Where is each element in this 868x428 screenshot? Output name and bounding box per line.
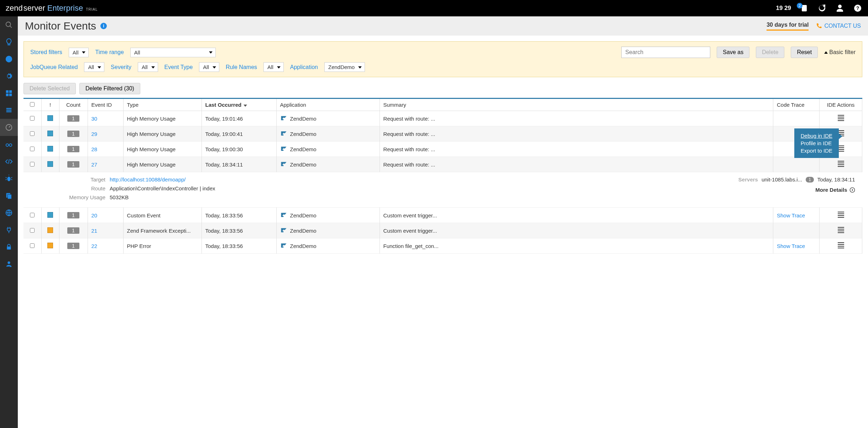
ide-actions-menu-icon[interactable] — [838, 160, 844, 168]
col-summary[interactable]: Summary — [380, 99, 773, 111]
delete-filter-button[interactable]: Delete — [756, 47, 784, 58]
delete-filtered-button[interactable]: Delete Filtered (30) — [79, 83, 140, 94]
application-select[interactable]: ZendDemo — [324, 62, 365, 72]
event-id-link[interactable]: 21 — [91, 228, 98, 234]
col-type[interactable]: Type — [123, 99, 202, 111]
logo-enterprise: Enterprise — [47, 4, 83, 13]
saveas-button[interactable]: Save as — [717, 47, 749, 58]
event-id-link[interactable]: 20 — [91, 212, 98, 218]
row-checkbox[interactable] — [30, 116, 35, 121]
notifications-icon[interactable]: 2 — [800, 4, 809, 13]
user-icon[interactable] — [835, 4, 845, 13]
row-checkbox[interactable] — [30, 213, 35, 217]
count-badge: 1 — [67, 243, 79, 249]
sort-desc-icon — [244, 105, 247, 107]
jobqueue-select[interactable]: All — [84, 62, 104, 72]
select-all-checkbox[interactable] — [30, 102, 35, 107]
sidebar-docs[interactable] — [0, 187, 18, 204]
sidebar-gauge[interactable] — [0, 119, 18, 136]
ide-actions-menu-icon[interactable] — [838, 114, 844, 122]
show-trace-link[interactable]: Show Trace — [777, 212, 805, 218]
sidebar-bug[interactable] — [0, 170, 18, 187]
severity-select[interactable]: All — [138, 62, 158, 72]
popup-debug[interactable]: Debug in IDE — [801, 132, 832, 139]
sidebar-code[interactable] — [0, 153, 18, 170]
svg-point-10 — [6, 144, 9, 146]
table-row[interactable]: 129High Memory UsageToday, 19:00:41ZendD… — [23, 126, 862, 142]
stored-filters-select[interactable]: All — [69, 48, 89, 57]
sidebar-plug[interactable] — [0, 221, 18, 238]
col-last[interactable]: Last Occurred — [202, 99, 276, 111]
reset-button[interactable]: Reset — [791, 47, 818, 58]
sidebar-stack[interactable] — [0, 102, 18, 119]
row-checkbox[interactable] — [30, 243, 35, 248]
sidebar-admin[interactable] — [0, 255, 18, 273]
summary: Request with route: ... — [383, 146, 770, 152]
zend-app-icon — [280, 146, 287, 153]
svg-rect-7 — [6, 110, 12, 111]
event-id-link[interactable]: 28 — [91, 146, 98, 152]
col-app[interactable]: Application — [276, 99, 380, 111]
event-id-link[interactable]: 27 — [91, 162, 98, 168]
count-badge: 1 — [67, 131, 79, 137]
col-ide[interactable]: IDE Actions — [820, 99, 862, 111]
table-row[interactable]: 120Custom EventToday, 18:33:56ZendDemoCu… — [23, 208, 862, 223]
target-link[interactable]: http://localhost:10088/demoapp/ — [110, 176, 186, 183]
table-row[interactable]: 122PHP ErrorToday, 18:33:56ZendDemoFunct… — [23, 238, 862, 254]
refresh-icon[interactable] — [817, 4, 827, 13]
last-occurred: Today, 19:01:46 — [202, 111, 276, 126]
row-checkbox[interactable] — [30, 131, 35, 136]
table-row[interactable]: 121Zend Framework Excepti...Today, 18:33… — [23, 223, 862, 238]
contact-link[interactable]: CONTACT US — [816, 23, 861, 29]
sidebar-globe[interactable] — [0, 204, 18, 221]
application-label: Application — [290, 64, 318, 70]
table-row[interactable]: 127High Memory UsageToday, 18:34:11ZendD… — [23, 157, 862, 172]
sidebar-glasses[interactable] — [0, 136, 18, 153]
sidebar-gears[interactable] — [0, 68, 18, 85]
more-details-link[interactable]: More Details — [815, 187, 855, 193]
sidebar-grid[interactable] — [0, 85, 18, 102]
ide-actions-menu-icon[interactable] — [838, 241, 844, 249]
event-type: High Memory Usage — [127, 162, 198, 168]
search-input[interactable] — [621, 47, 710, 58]
count-badge: 1 — [67, 115, 79, 122]
timerange-select[interactable]: All — [130, 48, 216, 57]
basic-filter-toggle[interactable]: Basic filter — [824, 49, 856, 56]
summary: Request with route: ... — [383, 116, 770, 122]
row-checkbox[interactable] — [30, 162, 35, 167]
table-row[interactable]: 130High Memory UsageToday, 19:01:46ZendD… — [23, 111, 862, 126]
sidebar-lightbulb[interactable] — [0, 33, 18, 51]
show-trace-link[interactable]: Show Trace — [777, 243, 805, 249]
ide-actions-menu-icon[interactable] — [838, 211, 844, 219]
col-count[interactable]: Count — [59, 99, 88, 111]
sidebar-chart[interactable] — [0, 51, 18, 68]
svg-point-12 — [7, 177, 10, 181]
event-id-link[interactable]: 29 — [91, 131, 98, 137]
delete-selected-button[interactable]: Delete Selected — [23, 83, 76, 94]
popup-export[interactable]: Export to IDE — [801, 147, 832, 154]
app-cell: ZendDemo — [280, 146, 376, 153]
event-id-link[interactable]: 30 — [91, 116, 98, 122]
table-row[interactable]: 128High Memory UsageToday, 19:00:30ZendD… — [23, 142, 862, 157]
info-icon[interactable]: i — [100, 23, 107, 29]
help-icon[interactable]: ? — [853, 4, 862, 13]
rulenames-select[interactable]: All — [263, 62, 284, 72]
topbar: zend server Enterprise TRIAL 19 29 2 ? — [0, 0, 868, 16]
col-severity[interactable]: ! — [41, 99, 59, 111]
eventtype-select[interactable]: All — [199, 62, 219, 72]
col-trace[interactable]: Code Trace — [773, 99, 820, 111]
row-checkbox[interactable] — [30, 228, 35, 233]
event-id-link[interactable]: 22 — [91, 243, 98, 249]
popup-profile[interactable]: Profile in IDE — [801, 139, 832, 147]
app-cell: ZendDemo — [280, 130, 376, 137]
server-name: unit-1085.labs.i... — [762, 176, 802, 183]
svg-rect-16 — [7, 247, 11, 249]
row-checkbox[interactable] — [30, 147, 35, 151]
ide-actions-menu-icon[interactable] — [838, 226, 844, 234]
sidebar-search[interactable] — [0, 16, 18, 33]
col-eventid[interactable]: Event ID — [88, 99, 123, 111]
summary: Custom event trigger... — [383, 212, 770, 218]
count-badge: 1 — [67, 212, 79, 218]
arrow-right-icon — [849, 187, 855, 193]
sidebar-lock[interactable] — [0, 238, 18, 255]
